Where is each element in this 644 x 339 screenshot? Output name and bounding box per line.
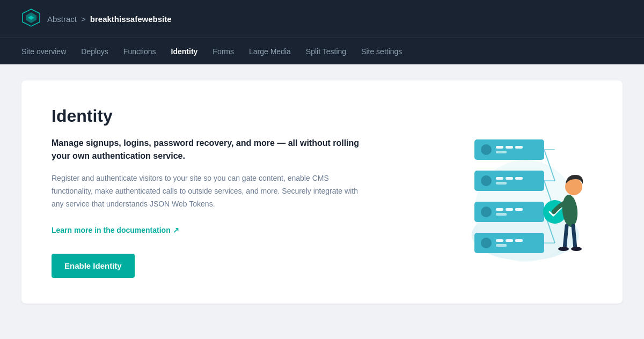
nav-item-forms[interactable]: Forms [213,45,234,58]
logo-icon [21,8,41,30]
svg-rect-9 [515,146,523,149]
external-link-icon: ↗ [173,226,179,234]
svg-rect-25 [496,239,503,242]
docs-link-text: Learn more in the documentation [52,226,171,234]
svg-point-24 [481,238,492,248]
card-subtitle: Manage signups, logins, password recover… [52,137,363,163]
svg-point-18 [481,207,492,217]
main-nav: Site overview Deploys Functions Identity… [0,38,644,64]
svg-rect-27 [515,239,523,242]
nav-item-deploys[interactable]: Deploys [81,45,108,58]
svg-rect-16 [496,182,507,185]
identity-card: Identity Manage signups, logins, passwor… [21,80,623,304]
docs-link[interactable]: Learn more in the documentation ↗ [52,226,179,234]
breadcrumb-site: breakthissafewebsite [90,14,172,24]
svg-rect-10 [496,151,507,153]
svg-point-6 [481,144,492,155]
svg-rect-19 [496,208,503,211]
svg-rect-14 [506,177,513,180]
svg-rect-20 [506,208,513,211]
svg-point-40 [571,247,582,251]
nav-item-identity[interactable]: Identity [171,45,198,58]
svg-rect-21 [515,208,523,211]
enable-identity-button[interactable]: Enable Identity [52,254,135,278]
main-content: Identity Manage signups, logins, passwor… [0,64,644,320]
nav-item-site-settings[interactable]: Site settings [361,45,402,58]
svg-point-12 [481,175,492,186]
nav-item-split-testing[interactable]: Split Testing [306,45,346,58]
card-description: Register and authenticate visitors to yo… [52,172,363,210]
svg-rect-7 [496,146,503,149]
identity-illustration [442,117,592,267]
breadcrumb: Abstract > breakthissafewebsite [47,14,172,24]
svg-rect-15 [515,177,523,180]
breadcrumb-separator: > [81,14,86,24]
breadcrumb-app: Abstract [47,14,77,24]
svg-rect-13 [496,177,503,180]
svg-rect-8 [506,146,513,149]
header: Abstract > breakthissafewebsite [0,0,644,38]
page-title: Identity [52,106,363,126]
nav-item-large-media[interactable]: Large Media [249,45,291,58]
card-content: Identity Manage signups, logins, passwor… [52,106,363,278]
svg-rect-22 [496,213,507,216]
svg-rect-28 [496,244,507,247]
nav-item-site-overview[interactable]: Site overview [21,45,66,58]
nav-item-functions[interactable]: Functions [123,45,156,58]
svg-point-39 [558,247,569,251]
svg-rect-26 [506,239,513,242]
